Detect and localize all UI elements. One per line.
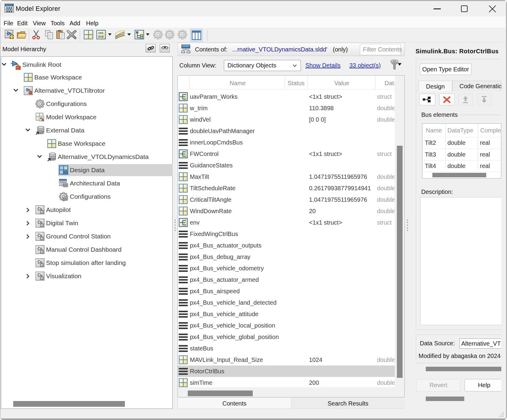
svg-text:010: 010 <box>98 35 104 39</box>
svg-text:101: 101 <box>98 32 104 35</box>
